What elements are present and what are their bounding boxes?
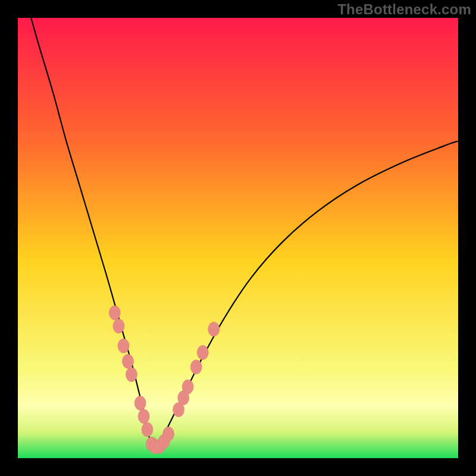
data-marker <box>138 409 149 424</box>
data-marker <box>208 322 220 336</box>
data-marker <box>197 345 208 359</box>
plot-svg <box>18 18 458 458</box>
data-marker <box>134 396 146 411</box>
data-marker <box>126 367 137 381</box>
gradient-background <box>18 18 458 458</box>
watermark-text: TheBottleneck.com <box>337 1 471 18</box>
data-marker <box>190 360 202 374</box>
data-marker <box>182 380 193 394</box>
data-marker <box>118 339 129 353</box>
data-marker <box>163 427 174 441</box>
plot-area <box>18 18 458 458</box>
data-marker <box>123 354 134 368</box>
data-marker <box>113 319 124 333</box>
data-marker <box>109 306 120 320</box>
chart-frame: TheBottleneck.com <box>0 0 476 476</box>
data-marker <box>142 422 153 437</box>
